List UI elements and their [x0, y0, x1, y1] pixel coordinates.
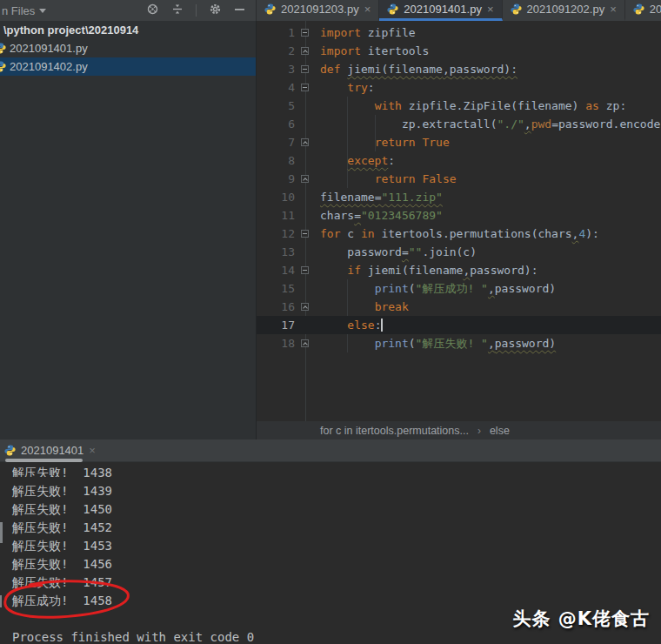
python-file-icon: [633, 3, 644, 15]
console-scrollbar-thumb[interactable]: [5, 459, 83, 462]
editor-tab[interactable]: 2021091203.py×: [257, 0, 379, 21]
code-line[interactable]: 17 else:: [257, 316, 661, 334]
hide-panel-icon[interactable]: [234, 3, 245, 18]
code-text[interactable]: filename="111.zip": [320, 188, 443, 206]
breadcrumb-item-else[interactable]: else: [490, 425, 510, 437]
code-line[interactable]: 8 except:: [257, 151, 661, 170]
python-file-icon: [0, 43, 7, 54]
pycharm-window: n Files 2021091203.py×2021091401.py×2021…: [0, 0, 661, 644]
code-text[interactable]: try:: [320, 78, 375, 97]
breadcrumb-separator-icon: ›: [477, 425, 481, 437]
settings-gear-icon[interactable]: [209, 3, 222, 19]
code-line[interactable]: 13 password="".join(c): [257, 243, 661, 261]
code-text[interactable]: import itertools: [320, 42, 429, 60]
line-number: 18: [257, 334, 295, 352]
fold-end-marker-icon[interactable]: [301, 175, 309, 183]
tree-file-label: 2021091402.py: [10, 60, 88, 73]
tree-file-label: 2021091401.py: [10, 42, 88, 55]
editor-tab[interactable]: 2021091401.py×: [379, 0, 502, 21]
project-view-label: n Files: [2, 4, 35, 17]
code-text[interactable]: print("解压失败! ",password): [320, 334, 556, 352]
code-line[interactable]: 4 try:: [257, 78, 661, 97]
run-tab[interactable]: 2021091401 ×: [0, 444, 96, 457]
code-line[interactable]: 2import itertools: [257, 42, 661, 60]
code-text[interactable]: return False: [320, 170, 457, 188]
tab-label: 2021091202.py: [527, 3, 605, 16]
fold-end-marker-icon[interactable]: [301, 47, 309, 55]
fold-end-marker-icon[interactable]: [301, 138, 309, 146]
python-file-icon: [0, 61, 7, 72]
close-icon[interactable]: ×: [610, 3, 617, 15]
code-text[interactable]: except:: [320, 151, 395, 170]
code-line[interactable]: 7 return True: [257, 133, 661, 151]
close-icon[interactable]: ×: [89, 444, 96, 457]
code-text[interactable]: else:: [320, 316, 383, 334]
project-tree-panel: \python project\20210914 2021091401.py20…: [0, 21, 257, 439]
code-line[interactable]: 6 zp.extractall("./",pwd=password.encode…: [257, 115, 661, 133]
collapse-all-icon[interactable]: [171, 3, 184, 19]
line-number: 7: [257, 133, 295, 151]
project-root-node[interactable]: \python project\20210914: [0, 21, 256, 39]
code-text[interactable]: return True: [320, 133, 450, 151]
code-text[interactable]: def jiemi(filename,password):: [320, 60, 517, 78]
toolbar-divider: [196, 4, 197, 17]
fold-end-marker-icon[interactable]: [301, 303, 309, 311]
editor-tab-strip: 2021091203.py×2021091401.py×2021091202.p…: [257, 0, 661, 21]
clipped-toolbar-icon: [0, 595, 2, 607]
console-line: 解压失败! 1453: [12, 537, 661, 555]
fold-marker-icon[interactable]: [301, 29, 309, 37]
python-file-icon: [264, 3, 276, 15]
code-text[interactable]: for c in itertools.permutations(chars,4)…: [320, 225, 599, 243]
code-line[interactable]: 14 if jiemi(filename,password):: [257, 261, 661, 279]
code-editor[interactable]: 1import zipfile2import itertools3def jie…: [257, 21, 661, 421]
tab-label: 2021091401.py: [404, 3, 482, 16]
fold-marker-icon[interactable]: [301, 84, 309, 91]
project-view-selector[interactable]: n Files: [0, 4, 46, 17]
code-text[interactable]: with zipfile.ZipFile(filename) as zp:: [320, 97, 626, 115]
tab-label: 2021: [650, 3, 661, 16]
code-text[interactable]: if jiemi(filename,password):: [320, 261, 537, 279]
line-number: 5: [257, 97, 295, 115]
code-text[interactable]: password="".join(c): [320, 243, 477, 261]
code-text[interactable]: import zipfile: [320, 23, 416, 42]
close-icon[interactable]: ×: [487, 3, 494, 15]
console-line: 解压失败! 1456: [12, 555, 661, 574]
close-icon[interactable]: ×: [364, 3, 371, 15]
line-number: 8: [257, 151, 295, 170]
code-line[interactable]: 10filename="111.zip": [257, 188, 661, 206]
code-line[interactable]: 16 break: [257, 298, 661, 316]
breadcrumb: for c in itertools.permutations... › els…: [257, 421, 661, 439]
line-number: 17: [257, 316, 295, 334]
line-number: 3: [257, 60, 295, 78]
code-line[interactable]: 18 print("解压失败! ",password): [257, 334, 661, 352]
tree-file-item[interactable]: 2021091401.py: [0, 39, 256, 57]
fold-marker-icon[interactable]: [301, 65, 309, 73]
line-number: 13: [257, 243, 295, 261]
fold-end-marker-icon[interactable]: [301, 339, 309, 347]
locate-target-icon[interactable]: [146, 3, 159, 19]
code-text[interactable]: print("解压成功! ",password): [320, 279, 556, 298]
code-line[interactable]: 1import zipfile: [257, 23, 661, 42]
editor-tab[interactable]: 2021091202.py×: [503, 0, 625, 21]
breadcrumb-item-for[interactable]: for c in itertools.permutations...: [320, 425, 469, 437]
tree-file-item[interactable]: 2021091402.py: [0, 57, 256, 76]
code-line[interactable]: 9 return False: [257, 170, 661, 188]
fold-marker-icon[interactable]: [301, 266, 309, 274]
line-number: 15: [257, 279, 295, 298]
clipped-toolbar-icon: [0, 522, 3, 543]
code-text[interactable]: break: [320, 298, 409, 316]
code-line[interactable]: 12for c in itertools.permutations(chars,…: [257, 225, 661, 243]
fold-marker-icon[interactable]: [301, 230, 309, 238]
code-line[interactable]: 15 print("解压成功! ",password): [257, 279, 661, 298]
watermark: 头条 @K佬食古: [512, 607, 650, 631]
editor-tab[interactable]: 2021: [625, 0, 661, 21]
code-line[interactable]: 3def jiemi(filename,password):: [257, 60, 661, 78]
code-line[interactable]: 11chars="0123456789": [257, 206, 661, 225]
code-text[interactable]: chars="0123456789": [320, 206, 443, 225]
console-line: 解压失败! 1452: [12, 519, 661, 537]
line-number: 11: [257, 206, 295, 225]
run-tab-label: 2021091401: [21, 444, 83, 457]
run-panel-tabbar: 2021091401 ×: [0, 439, 661, 462]
code-text[interactable]: zp.extractall("./",pwd=password.encode(: [320, 115, 661, 133]
code-line[interactable]: 5 with zipfile.ZipFile(filename) as zp:: [257, 97, 661, 115]
